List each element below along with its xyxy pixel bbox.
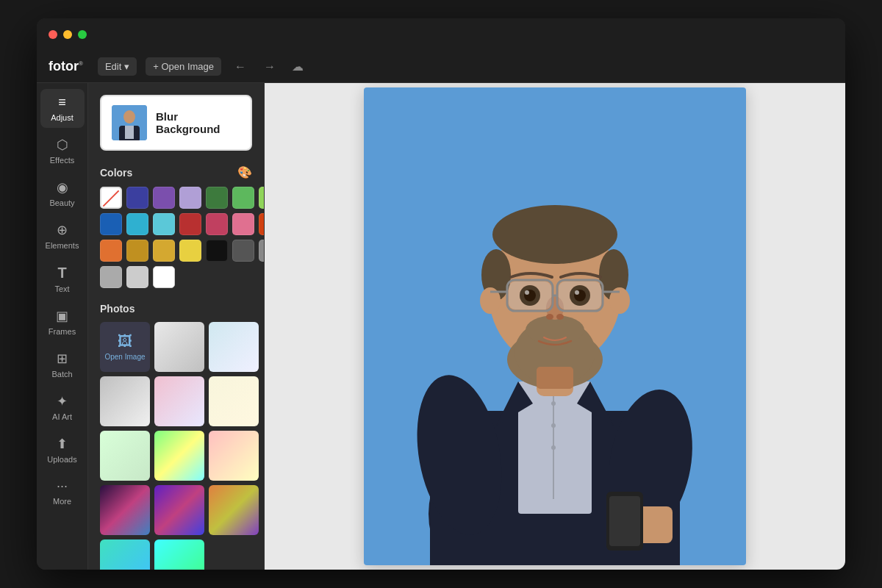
svg-rect-3 (125, 126, 134, 139)
color-red-dark[interactable] (179, 213, 201, 235)
photo-thumb-8[interactable] (209, 431, 259, 481)
svg-point-31 (556, 314, 564, 320)
svg-point-36 (525, 290, 529, 295)
sidebar-item-ai-art[interactable]: ✦ AI Art (40, 387, 85, 427)
app-window: fotor® Edit ▾ + Open Image ← → ☁ ≡ Adjus… (37, 18, 845, 570)
color-lavender[interactable] (179, 187, 201, 209)
ai-art-icon: ✦ (57, 393, 68, 409)
colors-section-header: Colors 🎨 (100, 165, 252, 179)
blur-background-label: Blur Background (156, 110, 240, 135)
color-gray-dark[interactable] (232, 240, 254, 262)
left-panel: Blur Background Colors 🎨 (88, 83, 265, 570)
edit-button[interactable]: Edit ▾ (98, 57, 137, 76)
svg-point-21 (492, 205, 617, 264)
close-dot[interactable] (49, 30, 57, 39)
color-none[interactable] (100, 187, 122, 209)
batch-icon: ⊞ (57, 351, 68, 367)
color-gold[interactable] (126, 240, 148, 262)
effects-icon: ⬡ (57, 137, 68, 153)
color-grid (100, 187, 252, 288)
toolbar: fotor® Edit ▾ + Open Image ← → ☁ (37, 51, 845, 83)
photo-thumb-4[interactable] (154, 376, 204, 426)
svg-point-41 (575, 290, 579, 295)
svg-point-1 (123, 110, 135, 123)
photo-thumb-5[interactable] (209, 376, 259, 426)
photo-thumb-7[interactable] (154, 431, 204, 481)
svg-rect-18 (609, 496, 640, 546)
uploads-icon: ⬆ (57, 436, 68, 452)
photo-thumb-1[interactable] (154, 322, 204, 372)
main-area: ≡ Adjust ⬡ Effects ◉ Beauty ⊕ Elements T… (37, 83, 845, 570)
color-indigo[interactable] (126, 187, 148, 209)
photos-section-header: Photos (100, 303, 252, 315)
palette-icon[interactable]: 🎨 (237, 165, 252, 179)
canvas-content (364, 87, 746, 565)
color-gray[interactable] (259, 240, 265, 262)
color-green-dark[interactable] (206, 187, 228, 209)
blur-bg-thumbnail (112, 105, 147, 140)
thumbnail-svg (112, 105, 147, 140)
traffic-lights (49, 30, 87, 39)
svg-point-30 (546, 314, 553, 320)
color-yellow[interactable] (179, 240, 201, 262)
color-crimson[interactable] (206, 213, 228, 235)
frames-icon: ▣ (56, 308, 68, 324)
color-purple[interactable] (153, 187, 175, 209)
photo-thumb-6[interactable] (100, 431, 150, 481)
beauty-icon: ◉ (57, 179, 68, 196)
color-cyan[interactable] (126, 213, 148, 235)
photo-thumb-3[interactable] (100, 376, 150, 426)
fullscreen-dot[interactable] (78, 30, 87, 39)
color-blue-dark[interactable] (100, 213, 122, 235)
color-orange[interactable] (100, 240, 122, 262)
chevron-down-icon: ▾ (124, 61, 129, 72)
color-orange-red[interactable] (259, 213, 265, 235)
app-logo: fotor® (49, 59, 83, 74)
color-pink[interactable] (232, 213, 254, 235)
color-lime[interactable] (259, 187, 265, 209)
open-image-toolbar-button[interactable]: + Open Image (146, 57, 221, 76)
color-white[interactable] (153, 266, 175, 288)
sidebar-item-adjust[interactable]: ≡ Adjust (40, 89, 85, 128)
sidebar-item-beauty[interactable]: ◉ Beauty (40, 173, 85, 213)
sidebar-item-batch[interactable]: ⊞ Batch (40, 345, 85, 384)
color-gray-light[interactable] (100, 266, 122, 288)
photo-thumb-11[interactable] (209, 485, 259, 535)
svg-point-11 (551, 445, 556, 450)
blur-background-card[interactable]: Blur Background (100, 95, 252, 151)
text-icon: T (57, 265, 66, 282)
minimize-dot[interactable] (63, 30, 72, 39)
color-green[interactable] (232, 187, 254, 209)
color-sky[interactable] (153, 213, 175, 235)
sidebar-item-frames[interactable]: ▣ Frames (40, 302, 85, 342)
photo-thumb-10[interactable] (154, 485, 204, 535)
color-black[interactable] (206, 240, 228, 262)
adjust-icon: ≡ (58, 95, 66, 110)
color-amber[interactable] (153, 240, 175, 262)
sidebar-item-uploads[interactable]: ⬆ Uploads (40, 430, 85, 470)
cloud-icon: ☁ (292, 60, 304, 74)
color-gray-lighter[interactable] (126, 266, 148, 288)
titlebar (37, 18, 845, 51)
elements-icon: ⊕ (57, 222, 68, 238)
photo-thumb-9[interactable] (100, 485, 150, 535)
canvas-area (265, 83, 845, 570)
svg-rect-45 (537, 367, 573, 389)
photo-thumb-12[interactable] (100, 539, 150, 570)
photo-thumb-13[interactable] (154, 539, 204, 570)
sidebar-item-effects[interactable]: ⬡ Effects (40, 131, 85, 171)
photos-grid: 🖼 Open Image (100, 322, 252, 570)
canvas-svg (364, 87, 746, 565)
more-icon: ··· (57, 478, 68, 494)
svg-point-10 (551, 423, 556, 428)
photo-thumb-2[interactable] (209, 322, 259, 372)
sidebar-item-elements[interactable]: ⊕ Elements (40, 216, 85, 256)
sidebar-item-text[interactable]: T Text (40, 259, 85, 299)
back-button[interactable]: ← (230, 57, 251, 76)
open-image-thumb[interactable]: 🖼 Open Image (100, 322, 150, 372)
forward-button[interactable]: → (259, 57, 280, 76)
sidebar-item-more[interactable]: ··· More (40, 473, 85, 512)
sidebar: ≡ Adjust ⬡ Effects ◉ Beauty ⊕ Elements T… (37, 83, 88, 570)
upload-icon: 🖼 (118, 333, 132, 350)
svg-point-9 (551, 401, 556, 406)
